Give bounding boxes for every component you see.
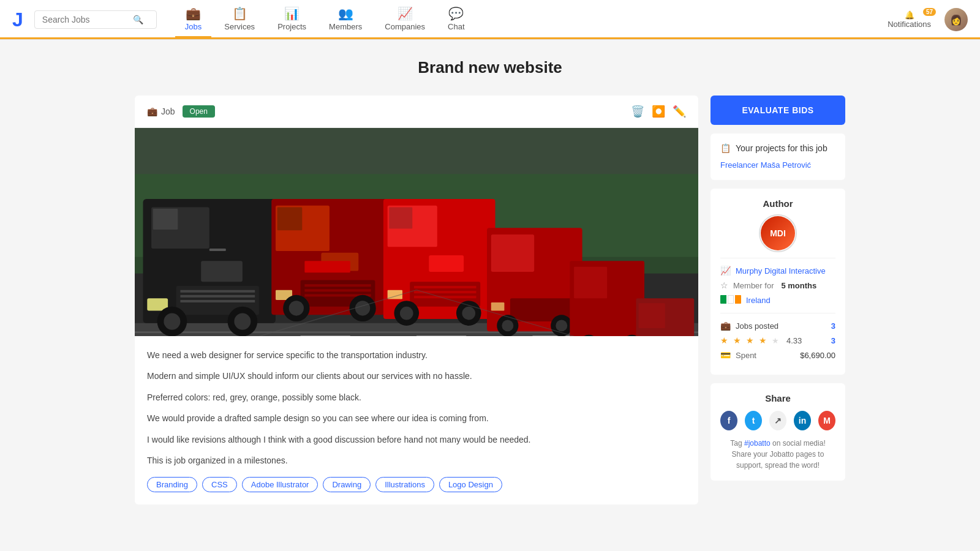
tag-drawing[interactable]: Drawing [323, 477, 371, 492]
projects-icon: 📋 [720, 143, 731, 153]
job-type-text: Job [161, 107, 175, 116]
share-section: Share f t ↗ in M Tag #jobatto on social … [720, 393, 835, 471]
nav-item-projects[interactable]: 📊 Projects [268, 1, 316, 38]
svg-rect-14 [180, 295, 255, 298]
jobs-posted-label: Jobs posted [736, 321, 778, 331]
user-avatar[interactable]: 👩 [944, 8, 968, 31]
job-sidebar: EVALUATE BIDS 📋 Your projects for this j… [710, 96, 845, 481]
share-text: Tag #jobatto on social media! Share your… [720, 438, 835, 471]
projects-card: 📋 Your projects for this job Freelancer … [710, 133, 845, 180]
nav-item-jobs[interactable]: 💼 Jobs [175, 1, 211, 38]
svg-rect-38 [389, 207, 412, 228]
record-icon[interactable]: ⏺️ [652, 105, 665, 118]
member-row: ☆ Member for 5 months [720, 280, 835, 290]
job-type-label: 💼 Job [147, 107, 175, 116]
svg-point-20 [234, 313, 251, 330]
author-avatar: MDI [761, 216, 795, 250]
job-description: We need a web designer for service speci… [135, 336, 698, 504]
divider-1 [720, 258, 835, 258]
search-input[interactable] [42, 15, 128, 24]
star-filled-1: ★ [720, 335, 728, 345]
share-twitter-button[interactable]: t [745, 411, 762, 430]
briefcase-icon: 💼 [147, 107, 157, 116]
tag-branding[interactable]: Branding [147, 477, 197, 492]
services-icon: 📋 [232, 6, 247, 21]
svg-point-32 [289, 301, 304, 315]
share-card: Share f t ↗ in M Tag #jobatto on social … [710, 383, 845, 481]
svg-rect-41 [414, 286, 476, 288]
svg-point-54 [502, 320, 513, 331]
member-duration: 5 months [781, 281, 816, 290]
nav-label-services: Services [224, 22, 255, 31]
share-generic-button[interactable]: ↗ [769, 411, 786, 430]
notifications-label: Notifications [888, 20, 931, 29]
svg-rect-44 [429, 255, 464, 272]
hashtag-link[interactable]: #jobatto [744, 439, 771, 448]
jobs-icon: 💼 [186, 6, 201, 21]
search-box[interactable]: 🔍 [34, 10, 157, 29]
svg-rect-58 [574, 267, 607, 298]
star-filled-3: ★ [746, 335, 754, 345]
nav-label-companies: Companies [385, 22, 425, 31]
brand-logo[interactable]: J [12, 9, 22, 31]
avatar-image: 👩 [944, 8, 968, 31]
freelancer-link[interactable]: Freelancer Maša Petrović [720, 160, 811, 170]
svg-point-46 [400, 307, 413, 320]
svg-rect-64 [639, 303, 665, 328]
desc-line-4: We would provide a drafted sample design… [147, 411, 686, 425]
nav-item-services[interactable]: 📋 Services [214, 1, 265, 38]
job-status-badge: Open [183, 105, 215, 118]
tag-adobe-illustrator[interactable]: Adobe Illustrator [242, 477, 318, 492]
desc-line-6: This is job organized in a milestones. [147, 454, 686, 467]
evaluate-bids-button[interactable]: EVALUATE BIDS [710, 96, 845, 125]
notifications-icon: 🔔 [905, 10, 914, 20]
delete-icon[interactable]: 🗑️ [631, 105, 644, 118]
svg-rect-35 [304, 261, 350, 272]
edit-icon[interactable]: ✏️ [673, 105, 686, 118]
desc-line-3: Preferred colors: red, grey, orange, pos… [147, 391, 686, 404]
svg-rect-16 [201, 261, 243, 282]
desc-line-2: Modern and simple UI/UX should inform ou… [147, 369, 686, 383]
chat-icon: 💬 [448, 6, 464, 21]
tag-css[interactable]: CSS [202, 477, 237, 492]
author-title: Author [720, 198, 835, 209]
nav-right: 57 🔔 Notifications 👩 [880, 6, 968, 34]
country-row: Ireland [720, 295, 835, 305]
svg-rect-24 [277, 207, 303, 230]
author-card: Author MDI 📈 Murphy Digital Interactive … [710, 189, 845, 375]
svg-rect-50 [491, 234, 534, 272]
job-actions: 🗑️ ⏺️ ✏️ [631, 105, 686, 118]
tag-illustrations[interactable]: Illustrations [375, 477, 434, 492]
company-link[interactable]: Murphy Digital Interactive [736, 266, 826, 276]
jobs-posted-count: 3 [831, 321, 835, 331]
rating-count: 3 [831, 336, 835, 345]
country-link[interactable]: Ireland [746, 296, 771, 305]
job-tags: Branding CSS Adobe Illustrator Drawing I… [147, 477, 686, 492]
author-section: Author MDI [720, 198, 835, 250]
company-row: 📈 Murphy Digital Interactive [720, 266, 835, 276]
share-linkedin-button[interactable]: in [794, 411, 811, 430]
svg-point-56 [556, 320, 567, 331]
share-mail-button[interactable]: M [818, 411, 835, 430]
spent-row: 💳 Spent $6,690.00 [720, 350, 835, 360]
share-facebook-button[interactable]: f [720, 411, 737, 430]
nav-item-chat[interactable]: 💬 Chat [438, 1, 474, 38]
nav-item-companies[interactable]: 📈 Companies [375, 1, 435, 38]
company-icon: 📈 [720, 266, 731, 276]
jobs-posted-row: 💼 Jobs posted 3 [720, 321, 835, 331]
nav-label-projects: Projects [277, 22, 306, 31]
nav-item-members[interactable]: 👥 Members [319, 1, 372, 38]
rating-row: ★ ★ ★ ★ ★ 4.33 3 [720, 335, 835, 345]
author-initials: MDI [770, 228, 786, 238]
navbar: J 🔍 💼 Jobs 📋 Services 📊 Projects 👥 Membe… [0, 0, 980, 40]
svg-rect-21 [209, 249, 226, 251]
divider-2 [720, 313, 835, 313]
svg-point-34 [355, 301, 370, 315]
desc-line-5: I would like revisions although I think … [147, 433, 686, 446]
tag-logo-design[interactable]: Logo Design [439, 477, 502, 492]
companies-icon: 📈 [398, 6, 413, 21]
spent-label: Spent [736, 351, 756, 360]
nav-label-members: Members [329, 22, 362, 31]
flag-icon [720, 295, 741, 305]
notifications-button[interactable]: 57 🔔 Notifications [880, 6, 938, 34]
